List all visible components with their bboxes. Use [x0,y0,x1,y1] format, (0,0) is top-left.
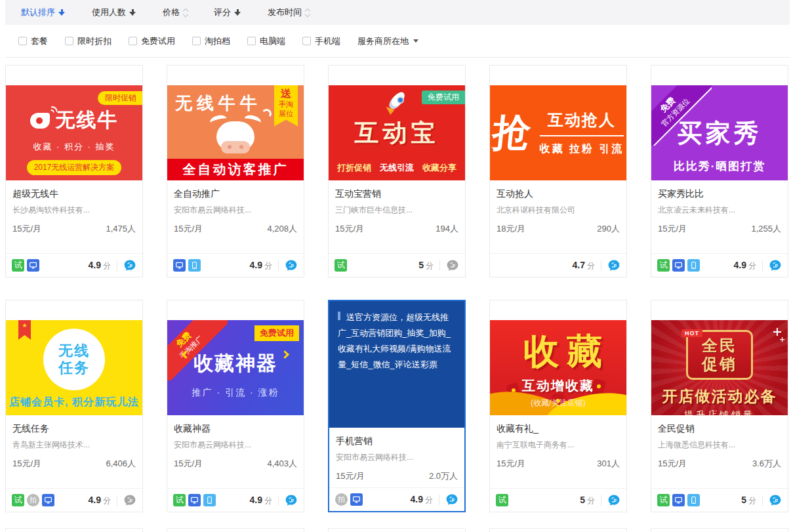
wangwang-icon[interactable] [285,259,298,272]
divider [278,495,279,506]
filter-checkbox-item-5[interactable]: 手机端 [302,35,340,47]
card-rating: 5分 [418,260,434,272]
service-card-partial[interactable] [5,528,143,532]
filter-bar: 套餐限时折扣免费试用淘拍档电脑端手机端服务商所在地 [5,25,790,58]
service-card-4[interactable]: 免费官方资源位买家秀比比秀·晒图打赏买家秀比比北京凌云未来科技有...15元/月… [651,65,788,277]
sort-item-2[interactable]: 价格 [163,7,188,18]
divider [278,260,279,271]
sort-item-3[interactable]: 评分 [214,7,241,18]
filter-label: 免费试用 [141,35,175,47]
filter-checkbox-item-2[interactable]: 免费试用 [129,35,175,47]
checkbox-icon[interactable] [192,37,201,45]
quote-bar [338,312,340,320]
pc-icon [672,494,685,506]
service-card-7[interactable]: 送官方资源位，超级无线推广_互动营销团购_抽奖_加购_收藏有礼大师视频/满购物送… [328,300,466,512]
pc-icon [188,494,201,506]
filter-checkbox-item-4[interactable]: 电脑端 [247,35,285,47]
service-card-6[interactable]: 免费手淘推广免费试用收藏神器推广 · 引流 · 涨粉收藏神器安阳市易云网络科技.… [167,300,304,512]
wangwang-icon[interactable] [769,259,782,272]
card-rating: 4.7分 [573,260,595,272]
card-company: 青岛新主张网络技术... [12,440,136,451]
filter-label: 淘拍档 [205,35,230,47]
card-title: 全自动推广 [174,188,297,200]
wangwang-icon[interactable] [607,259,620,272]
service-card-3[interactable]: 抢互动抢人收藏 拉粉 引流互动抢人北京科讴科技有限公司18元/月290人4.7分 [489,65,627,277]
card-company: 安阳市易云网络科技... [336,452,458,463]
card-users: 1,475人 [106,223,136,235]
wangwang-icon[interactable] [607,494,620,507]
service-card-grid: 限时促销无线牛收藏 · 积分 · 抽奖2017无线运营解决方案超级无线牛长沙易淘… [5,65,812,512]
sort-item-label: 评分 [214,7,231,18]
sort-item-0[interactable]: 默认排序 [21,7,66,18]
card-description-text: 送官方资源位，超级无线推广_互动营销团购_抽奖_加购_收藏有礼大师视频/满购物送… [338,312,451,369]
service-card-partial[interactable] [489,528,627,532]
card-price: 15元/月 [12,223,41,235]
wangwang-icon[interactable] [123,259,136,272]
wangwang-icon[interactable] [769,494,782,507]
mobile-icon [203,494,216,506]
wangwang-icon[interactable] [285,494,298,507]
wangwang-icon[interactable] [445,493,458,506]
banner-subtitle: 收藏 拉粉 引流 [540,142,624,156]
checkbox-icon[interactable] [302,37,311,45]
card-title: 买家秀比比 [658,188,781,200]
card-rating: 4.9分 [250,260,272,272]
card-footer: 试拍4.9分 [6,488,142,512]
card-company: 安阳市易云网络科技... [174,440,297,451]
filter-checkbox-item-0[interactable]: 套餐 [18,35,48,47]
banner-features: 收藏 · 积分 · 抽奖 [6,141,142,153]
card-footer: 4.7分 [490,253,626,277]
banner-cuxiao: HOT全民促销开店做活动必备提升店铺销量 [651,320,788,415]
service-card-partial[interactable] [328,528,466,532]
provider-location-dropdown[interactable]: 服务商所在地 [357,35,418,47]
banner-title: 收藏 [507,328,626,376]
service-card-partial[interactable] [651,528,788,532]
card-footer: 4.9分 [167,253,304,277]
sort-asc-desc-icon [184,9,188,16]
trial-badge-icon: 试 [496,494,508,506]
checkbox-icon[interactable] [129,37,137,45]
wangwang-icon[interactable] [123,494,136,507]
sort-item-4[interactable]: 发布时间 [268,7,310,18]
trial-badge-icon: 试 [335,259,347,272]
trial-badge-icon: 试 [12,494,24,506]
banner-subtitle: 推广 · 引流 · 涨粉 [167,387,304,399]
card-footer: 拍4.9分 [329,487,464,511]
banner-seal: HOT全民促销 [686,330,753,380]
checkbox-icon[interactable] [65,37,73,45]
service-card-1[interactable]: 无线牛牛送手淘展位全自动访客推广全自动推广安阳市易云网络科技...15元/月4,… [167,65,304,277]
corner-ribbon: 免费官方资源位 [651,85,712,146]
next-row-partial [5,528,812,532]
card-hover-description: 送官方资源位，超级无线推广_互动营销团购_抽奖_加购_收藏有礼大师视频/满购物送… [329,301,464,428]
mobile-icon [687,494,700,506]
card-users: 2.0万人 [429,470,458,482]
banner-title: 无线牛牛 [175,92,262,115]
service-card-9[interactable]: HOT全民促销开店做活动必备提升店铺销量全民促销上海微悉信息科技有...15元/… [651,300,788,512]
filter-checkbox-item-1[interactable]: 限时折扣 [65,35,112,47]
wangwang-icon[interactable] [446,259,459,272]
sort-item-1[interactable]: 使用人数 [92,7,136,18]
banner-qiangren: 抢互动抢人收藏 拉粉 引流 [490,85,626,180]
mobile-icon [188,259,201,272]
service-card-0[interactable]: 限时促销无线牛收藏 · 积分 · 抽奖2017无线运营解决方案超级无线牛长沙易淘… [5,65,143,277]
card-price: 15元/月 [335,223,364,235]
card-price: 15元/月 [658,458,687,470]
banner-title: 互动宝 [329,117,465,150]
service-card-partial[interactable] [167,528,304,532]
card-price: 18元/月 [497,223,525,235]
card-footer: 试4.9分 [651,253,788,277]
banner-hudongbao: 免费试用互动宝打折促销无线引流收藏分享 [329,85,465,180]
divider [762,495,763,506]
divider [439,495,439,505]
checkbox-icon[interactable] [18,37,27,45]
service-card-5[interactable]: 无线任务店铺会员卡, 积分新玩儿法无线任务青岛新主张网络技术...15元/月6,… [5,300,143,512]
checkbox-icon[interactable] [247,37,256,45]
banner-slogan: 2017无线运营解决方案 [27,160,122,175]
filter-checkbox-item-3[interactable]: 淘拍档 [192,35,230,47]
service-card-2[interactable]: 免费试用互动宝打折促销无线引流收藏分享互动宝营销三门峡市巨牛信息技...15元/… [328,65,466,277]
card-footer: 试4.9分 [167,488,304,512]
mobile-icon [687,259,700,272]
service-card-8[interactable]: 收藏互动增收藏(收藏/关注店铺)收藏有礼_南宁互联电子商务有...15元/月30… [489,300,627,512]
banner-strip: 全自动访客推广 [167,159,304,180]
card-title: 全民促销 [658,423,781,435]
